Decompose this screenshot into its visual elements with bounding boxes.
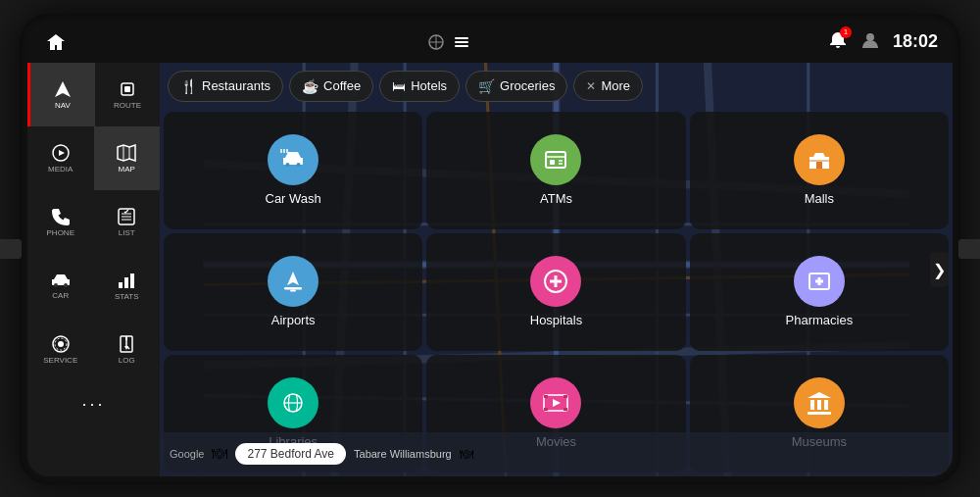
pharmacies-icon-circle xyxy=(794,256,845,307)
sidebar-item-nav[interactable]: NAV xyxy=(27,63,95,126)
cat-btn-hotels[interactable]: 🛏 Hotels xyxy=(379,71,460,102)
screen: 1 18:02 xyxy=(27,22,953,476)
car-wash-label: Car Wash xyxy=(266,191,321,206)
sidebar-item-log[interactable]: LOG xyxy=(94,318,161,381)
nav-label: NAV xyxy=(55,101,71,110)
svg-rect-76 xyxy=(810,400,814,410)
list-label: LIST xyxy=(119,228,135,237)
service-icon xyxy=(51,334,71,354)
svg-rect-72 xyxy=(564,395,567,398)
phone-label: PHONE xyxy=(47,228,74,237)
sidebar-item-service[interactable]: SERVICE xyxy=(27,318,94,381)
pharmacies-label: Pharmacies xyxy=(786,313,854,327)
svg-rect-21 xyxy=(119,282,122,288)
log-icon xyxy=(117,334,136,354)
sidebar-item-stats[interactable]: STATS xyxy=(94,254,161,318)
airports-icon-circle xyxy=(268,256,318,307)
sidebar-item-media[interactable]: MEDIA xyxy=(27,126,94,190)
status-bar: 1 18:02 xyxy=(27,22,953,63)
status-bar-right: 1 18:02 xyxy=(828,29,938,55)
svg-point-19 xyxy=(54,283,58,287)
sidebar-row-4: CAR STATS xyxy=(27,254,160,318)
food-marker-1: 🍽 xyxy=(212,445,227,463)
svg-rect-61 xyxy=(290,290,296,292)
sidebar-item-list[interactable]: LIST xyxy=(94,190,161,254)
svg-rect-78 xyxy=(824,400,828,410)
home-button[interactable] xyxy=(42,28,70,56)
hotels-icon: 🛏 xyxy=(392,78,406,94)
svg-rect-73 xyxy=(544,408,548,411)
movies-icon-circle xyxy=(530,377,581,428)
google-label: Google xyxy=(170,448,204,460)
hotels-label: Hotels xyxy=(411,78,447,93)
stats-icon xyxy=(117,271,136,290)
svg-marker-7 xyxy=(55,81,71,97)
svg-point-6 xyxy=(866,33,874,41)
svg-rect-3 xyxy=(455,37,468,39)
poi-car-wash[interactable]: Car Wash xyxy=(164,112,422,229)
menu-icon[interactable] xyxy=(453,33,470,51)
route-icon xyxy=(118,79,137,99)
atms-label: ATMs xyxy=(540,191,572,206)
more-label: More xyxy=(601,78,630,93)
status-bar-left xyxy=(42,28,70,56)
groceries-label: Groceries xyxy=(500,78,555,93)
location-pill[interactable]: 277 Bedford Ave xyxy=(235,443,346,465)
coffee-label: Coffee xyxy=(323,78,361,93)
poi-hospitals[interactable]: Hospitals xyxy=(426,233,685,351)
svg-point-48 xyxy=(286,163,290,167)
cat-btn-coffee[interactable]: ☕ Coffee xyxy=(289,71,373,102)
nav-icon xyxy=(53,79,73,99)
svg-point-49 xyxy=(297,163,301,167)
svg-point-25 xyxy=(58,341,64,347)
sidebar: NAV ROUTE xyxy=(27,63,160,476)
atms-icon-circle xyxy=(530,134,581,185)
svg-rect-9 xyxy=(124,86,130,92)
sidebar-item-map[interactable]: MAP xyxy=(94,126,161,190)
user-avatar[interactable] xyxy=(859,29,881,55)
sidebar-row-1: NAV ROUTE xyxy=(27,63,160,126)
car-label: CAR xyxy=(52,291,69,300)
svg-rect-71 xyxy=(544,395,548,398)
map-icon xyxy=(117,143,136,163)
status-bar-center xyxy=(427,33,470,51)
sidebar-item-phone[interactable]: PHONE xyxy=(27,190,94,254)
list-icon xyxy=(117,207,136,226)
poi-pharmacies[interactable]: Pharmacies xyxy=(690,233,949,351)
map-label: MAP xyxy=(119,165,135,174)
svg-marker-75 xyxy=(808,392,831,398)
svg-rect-77 xyxy=(817,400,821,410)
cat-btn-restaurants[interactable]: 🍴 Restaurants xyxy=(168,71,283,102)
car-wash-icon-circle xyxy=(268,134,318,185)
sidebar-row-5: SERVICE LOG xyxy=(27,318,160,381)
svg-rect-22 xyxy=(124,277,128,288)
restaurants-icon: 🍴 xyxy=(180,78,197,94)
food-marker-2: 🍽 xyxy=(460,446,473,462)
media-label: MEDIA xyxy=(48,165,73,174)
malls-label: Malls xyxy=(805,191,834,206)
cat-btn-groceries[interactable]: 🛒 Groceries xyxy=(466,71,567,102)
scroll-right-button[interactable]: ❯ xyxy=(930,252,949,286)
svg-rect-23 xyxy=(130,273,134,288)
svg-rect-5 xyxy=(455,45,468,47)
poi-airports[interactable]: Airports xyxy=(164,233,422,351)
svg-marker-70 xyxy=(553,399,561,407)
map-content: 🍴 Restaurants ☕ Coffee 🛏 Hotels 🛒 Grocer… xyxy=(160,63,953,476)
museums-icon-circle xyxy=(794,377,845,428)
airports-label: Airports xyxy=(271,313,316,327)
coffee-icon: ☕ xyxy=(302,78,318,94)
service-label: SERVICE xyxy=(43,356,77,365)
car-icon xyxy=(49,272,73,289)
poi-atms[interactable]: ATMs xyxy=(426,112,685,229)
more-close-icon: ✕ xyxy=(586,79,596,93)
sidebar-item-route[interactable]: ROUTE xyxy=(95,63,160,126)
svg-rect-60 xyxy=(284,287,302,290)
sidebar-item-car[interactable]: CAR xyxy=(27,254,94,318)
cat-btn-more[interactable]: ✕ More xyxy=(573,71,643,101)
more-dots[interactable]: ... xyxy=(27,381,160,421)
svg-marker-11 xyxy=(59,150,65,156)
map-bottom-bar: Google 🍽 277 Bedford Ave Tabare Williams… xyxy=(160,432,953,476)
poi-malls[interactable]: Malls xyxy=(690,112,949,229)
libraries-icon-circle xyxy=(268,377,318,428)
notification-button[interactable]: 1 xyxy=(828,30,848,54)
